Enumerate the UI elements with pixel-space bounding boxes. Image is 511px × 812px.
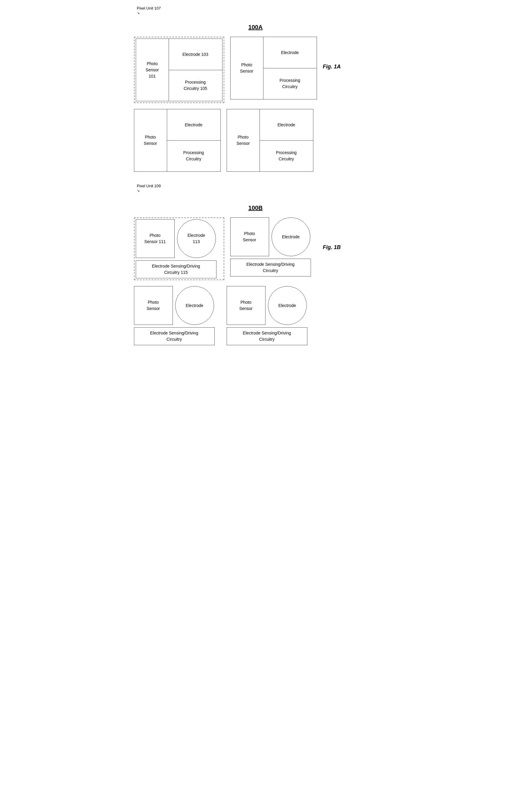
cell-1b-3-sensing: Electrode Sensing/DrivingCircuitry — [134, 327, 215, 345]
cell-1b-3-wrapper: PhotoSensor Electrode Electrode Sensing/… — [134, 286, 221, 345]
cell-1a-4-wrapper: PhotoSensor Electrode ProcessingCircuitr… — [227, 109, 313, 172]
fig1a-title: 100A — [248, 24, 263, 31]
cell-1a-3: PhotoSensor Electrode ProcessingCircuitr… — [134, 109, 221, 172]
cell-1b-4-electrode: Electrode — [268, 286, 307, 325]
pixel-unit-number: 107 — [154, 6, 161, 10]
fig1b-row2: PhotoSensor Electrode Electrode Sensing/… — [134, 286, 317, 345]
pixel-unit-109-annotation: Pixel Unit 109 ↘ — [137, 184, 161, 193]
cell-1b-2: PhotoSensor Electrode Electrode Sensing/… — [230, 218, 317, 277]
cell-1a-4-electrode: Electrode — [260, 109, 313, 141]
fig1a-grid-area: PhotoSensor101 Electrode 103 ProcessingC… — [134, 34, 317, 172]
cell-1a-3-processing: ProcessingCircuitry — [167, 141, 220, 172]
cell-1a-4-photo: PhotoSensor — [227, 109, 260, 171]
fig1b-section: Pixel Unit 109 ↘ 100B PhotoSensor 111 — [134, 184, 377, 345]
cell-1a-3-electrode: Electrode — [167, 109, 220, 141]
fig1b-title: 100B — [248, 205, 263, 211]
cell-1b-1-sensing: Electrode Sensing/DrivingCircuitry 115 — [136, 260, 216, 278]
page-container: Pixel Unit 107 ↘ 100A PhotoSensor101 E — [134, 6, 377, 345]
fig1b-layout: PhotoSensor 111 Electrode113 Electrode S… — [134, 214, 377, 345]
fig1a-row1: PhotoSensor101 Electrode 103 ProcessingC… — [134, 34, 317, 103]
cell-1b-4-wrapper: PhotoSensor Electrode Electrode Sensing/… — [227, 286, 313, 345]
cell-1b-2-sensing: Electrode Sensing/DrivingCircuitry — [230, 259, 311, 277]
cell-1a-2: PhotoSensor Electrode ProcessingCircuitr… — [230, 37, 317, 99]
cell-1b-3: PhotoSensor Electrode Electrode Sensing/… — [134, 286, 221, 345]
cell-1a-3-photo: PhotoSensor — [134, 109, 167, 171]
cell-1b-2-electrode: Electrode — [271, 218, 311, 256]
pixel-unit-109-number: 109 — [154, 184, 161, 188]
cell-1a-2-photo: PhotoSensor — [231, 37, 263, 99]
cell-1b-4-photo: PhotoSensor — [227, 286, 266, 325]
pixel-unit-109-label: Pixel Unit — [137, 184, 153, 188]
cell-1a-3-right: Electrode ProcessingCircuitry — [167, 109, 220, 171]
cell-1a-1-photo: PhotoSensor101 — [136, 39, 169, 101]
cell-1a-1-electrode: Electrode 103 — [169, 39, 222, 70]
cell-1a-1: PhotoSensor101 Electrode 103 ProcessingC… — [136, 38, 222, 101]
cell-1a-2-right: Electrode ProcessingCircuitry — [263, 37, 317, 99]
cell-1b-2-top: PhotoSensor Electrode — [230, 218, 317, 256]
cell-1a-4: PhotoSensor Electrode ProcessingCircuitr… — [227, 109, 313, 172]
pixel-unit-label: Pixel Unit — [137, 6, 153, 10]
cell-1b-2-wrapper: PhotoSensor Electrode Electrode Sensing/… — [230, 218, 317, 280]
fig1b-grid-area: PhotoSensor 111 Electrode113 Electrode S… — [134, 214, 317, 345]
cell-1b-1-electrode: Electrode113 — [177, 219, 216, 258]
fig1b-label: Fig. 1B — [323, 214, 341, 251]
pixel-unit-109-wrapper: PhotoSensor 111 Electrode113 Electrode S… — [134, 218, 224, 280]
cell-1a-2-processing: ProcessingCircuitry — [263, 68, 317, 99]
cell-1a-2-wrapper: PhotoSensor Electrode ProcessingCircuitr… — [230, 37, 317, 103]
cell-1a-3-wrapper: PhotoSensor Electrode ProcessingCircuitr… — [134, 109, 221, 172]
cell-1a-4-right: Electrode ProcessingCircuitry — [260, 109, 313, 171]
fig1a-section: Pixel Unit 107 ↘ 100A PhotoSensor101 E — [134, 6, 377, 172]
pixel-unit-107-wrapper: PhotoSensor101 Electrode 103 ProcessingC… — [134, 37, 224, 103]
cell-1a-2-electrode: Electrode — [263, 37, 317, 68]
cell-1b-1: PhotoSensor 111 Electrode113 Electrode S… — [136, 219, 222, 278]
cell-1b-4: PhotoSensor Electrode Electrode Sensing/… — [227, 286, 313, 345]
cell-1b-1-top: PhotoSensor 111 Electrode113 — [136, 219, 222, 258]
cell-1b-3-photo: PhotoSensor — [134, 286, 173, 325]
fig1a-layout: PhotoSensor101 Electrode 103 ProcessingC… — [134, 34, 377, 172]
pixel-unit-107-annotation: Pixel Unit 107 ↘ — [137, 6, 161, 15]
fig1b-title-area: 100B — [134, 205, 377, 211]
cell-1a-4-processing: ProcessingCircuitry — [260, 141, 313, 172]
cell-1b-4-top: PhotoSensor Electrode — [227, 286, 313, 325]
fig1a-row2: PhotoSensor Electrode ProcessingCircuitr… — [134, 109, 317, 172]
fig1a-label: Fig. 1A — [323, 34, 341, 70]
fig1a-title-area: 100A — [134, 24, 377, 31]
cell-1b-4-sensing: Electrode Sensing/DrivingCircuitry — [227, 327, 307, 345]
cell-1b-3-electrode: Electrode — [175, 286, 214, 325]
cell-1b-3-top: PhotoSensor Electrode — [134, 286, 221, 325]
fig1b-row1: PhotoSensor 111 Electrode113 Electrode S… — [134, 214, 317, 280]
cell-1b-1-photo: PhotoSensor 111 — [136, 219, 174, 258]
cell-1a-1-processing: ProcessingCircuitry 105 — [169, 70, 222, 101]
cell-1a-1-right: Electrode 103 ProcessingCircuitry 105 — [169, 39, 222, 101]
cell-1b-2-photo: PhotoSensor — [230, 218, 269, 256]
